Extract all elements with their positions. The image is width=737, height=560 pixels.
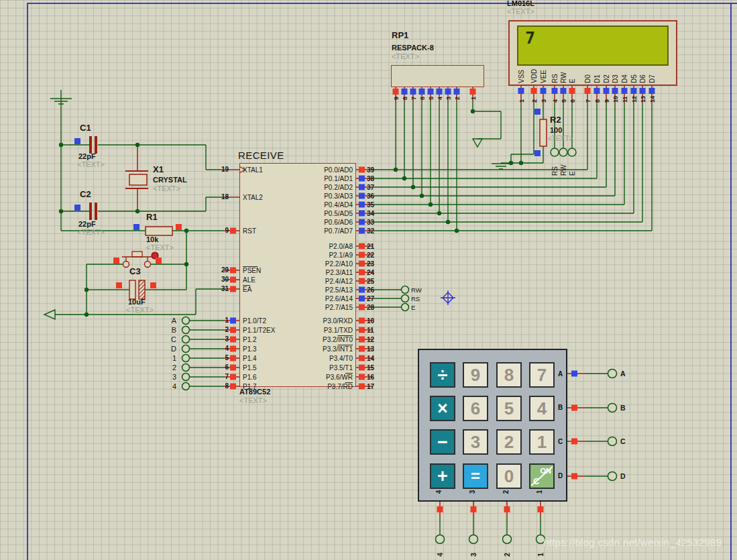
terminal-D[interactable] [182,345,190,353]
pin-number: 5 [561,99,567,103]
push-button-toggle-dot[interactable] [152,252,158,259]
logic-state-indicator [571,405,577,411]
pin-number: 10 [367,317,375,325]
terminal-1[interactable] [182,355,190,362]
pin-number: 12 [631,96,638,103]
keypad-button-1[interactable]: 1 [529,429,555,455]
terminal-C[interactable] [182,336,190,343]
resistor-r1-body[interactable] [146,227,172,235]
r2-text-note: <TEXT> [548,135,573,142]
push-button-terminal[interactable] [145,262,151,268]
keypad-button-7[interactable]: 7 [529,362,555,388]
logic-state-indicator [393,89,399,95]
pin-number: 14 [649,96,656,103]
pin-number: 36 [367,192,375,200]
keypad-row-label-B: B [558,404,563,411]
logic-state-indicator [359,167,365,173]
c3-ref-label: C3 [129,267,141,276]
logic-state-indicator [359,287,365,293]
pin-number: 27 [367,295,375,302]
sheet-border-left [27,3,28,560]
lcd-lm016l-body[interactable]: 7 [508,20,677,86]
logic-state-indicator [359,211,365,217]
keypad-button-5[interactable]: 5 [496,396,522,421]
terminal-E[interactable] [568,148,576,156]
logic-state-indicator [640,88,646,94]
pin-number: 11 [622,96,628,103]
terminal-B[interactable] [182,327,190,334]
terminal-A[interactable] [182,317,190,325]
logic-state-indicator [594,88,600,94]
pin-number: 7 [585,99,591,103]
logic-state-indicator [230,337,236,343]
terminal-label: 3 [469,553,477,557]
terminal-C[interactable] [608,437,617,446]
logic-state-indicator [230,365,236,371]
rp1-text-note: <TEXT> [392,53,419,60]
keypad-button-+[interactable]: + [430,463,455,489]
terminal-2[interactable] [182,364,190,372]
pin-number: 32 [367,227,375,235]
mcu-at89c52-body[interactable] [239,163,356,387]
terminal-3[interactable] [469,535,478,544]
logic-state-indicator [359,193,365,199]
terminal-4[interactable] [182,383,190,390]
pin-number: 6 [569,99,576,103]
cap-c3-plate-right [139,280,145,299]
pin-number: 22 [367,251,375,259]
keypad-col-label-3: 3 [469,490,476,494]
terminal-label: 2 [172,363,176,372]
keypad-button-×[interactable]: × [430,396,455,421]
terminal-A[interactable] [608,370,617,378]
keypad-button-÷[interactable]: ÷ [430,362,455,388]
terminal-4[interactable] [436,535,445,544]
terminal-3[interactable] [182,374,190,381]
keypad-button-2[interactable]: 2 [496,429,522,455]
logic-state-indicator [571,473,577,480]
terminal-B[interactable] [608,404,617,412]
keypad-button-on-c[interactable]: ONC [529,463,555,489]
logic-state-indicator [538,506,544,512]
terminal-label: C [171,335,176,343]
pin-number: 37 [367,184,375,191]
terminal-D[interactable] [608,472,617,481]
logic-state-indicator [230,318,236,324]
pin-number: 31 [221,285,229,292]
terminal-RW[interactable] [402,286,409,294]
keypad-button-=[interactable]: = [463,463,488,489]
rp1-part-label: RESPACK-8 [392,44,434,52]
calculator-keypad: ÷987×654−321+=0ONCABCD4321 [418,349,567,502]
keypad-button-6[interactable]: 6 [463,396,488,421]
pin-number: 4 [225,345,229,352]
resistor-r2-body[interactable] [540,119,547,146]
terminal-RS[interactable] [402,295,409,302]
keypad-button-−[interactable]: − [430,429,455,455]
keypad-button-0[interactable]: 0 [496,463,522,489]
logic-state-indicator [437,506,443,512]
push-button-terminal[interactable] [123,262,129,268]
logic-state-indicator [74,205,80,211]
respack-body[interactable] [391,65,484,87]
terminal-RS[interactable] [551,148,559,156]
terminal-label: 2 [503,553,511,557]
logic-state-indicator [359,296,365,302]
crystal-body[interactable] [129,174,147,185]
logic-state-indicator [552,88,558,94]
logic-state-indicator [230,327,236,333]
logic-state-indicator [612,88,618,94]
keypad-button-3[interactable]: 3 [463,429,488,455]
pin-number: 2 [454,97,461,100]
keypad-button-9[interactable]: 9 [463,362,488,388]
pin-number: 7 [410,97,417,100]
keypad-button-8[interactable]: 8 [496,362,522,388]
terminal-RW[interactable] [559,148,567,156]
terminal-2[interactable] [503,535,512,544]
logic-state-indicator [359,374,365,380]
terminal-label: 4 [436,553,444,557]
pin-number: 6 [419,97,426,100]
pin-number: 8 [594,99,601,103]
logic-state-indicator [428,89,434,95]
pin-number: 25 [367,278,375,285]
terminal-E[interactable] [402,304,409,311]
keypad-button-4[interactable]: 4 [529,396,555,421]
